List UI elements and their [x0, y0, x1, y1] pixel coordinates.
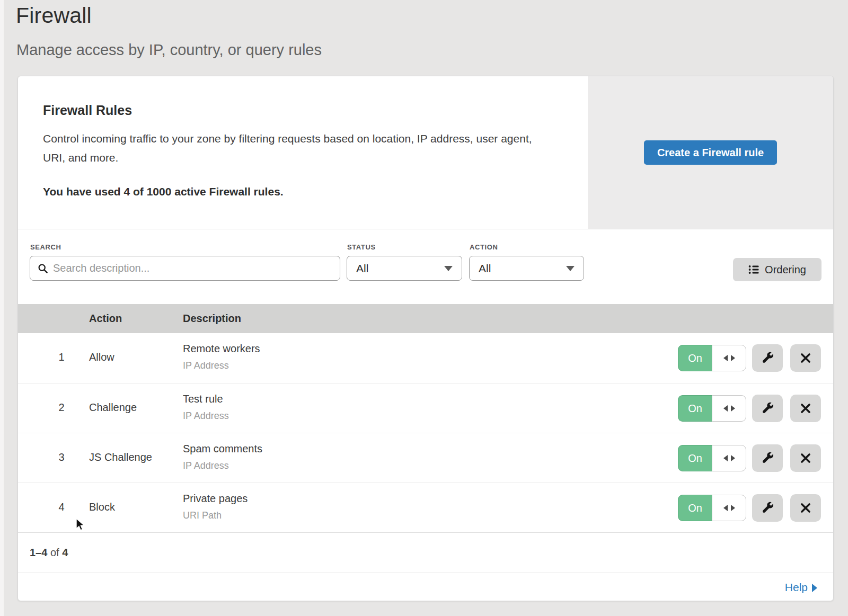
rule-enabled-toggle[interactable]: On [678, 345, 746, 371]
delete-rule-button[interactable] [790, 395, 821, 422]
section-heading: Firewall Rules [43, 103, 132, 118]
rule-priority: 4 [51, 501, 72, 513]
pagination-bar: 1–4 of 4 [18, 532, 833, 573]
toggle-on-label: On [678, 395, 712, 422]
page-title: Firewall [16, 3, 92, 28]
hero-section: Create a Firewall rule Firewall Rules Co… [18, 76, 833, 229]
create-firewall-rule-button[interactable]: Create a Firewall rule [644, 140, 777, 165]
help-link[interactable]: Help [785, 581, 817, 594]
x-icon [799, 502, 812, 514]
pagination-of: of [50, 547, 59, 558]
toggle-on-label: On [678, 495, 712, 521]
ordering-button-label: Ordering [765, 264, 806, 276]
table-row: 3 JS Challenge Spam comments IP Address … [18, 433, 833, 483]
column-header-action: Action [89, 313, 122, 325]
rule-action: JS Challenge [89, 451, 152, 463]
pagination-text: 1–4 of 4 [30, 547, 68, 559]
rule-match-type: IP Address [183, 410, 229, 422]
rule-description: Spam comments [183, 443, 262, 455]
chevron-right-icon [812, 584, 817, 592]
search-icon [38, 263, 48, 274]
edit-rule-button[interactable] [752, 444, 783, 472]
table-row: 1 Allow Remote workers IP Address On [18, 333, 833, 383]
column-header-description: Description [183, 313, 241, 325]
left-right-arrows-icon [712, 445, 746, 471]
delete-rule-button[interactable] [790, 494, 821, 522]
firewall-rules-card: Create a Firewall rule Firewall Rules Co… [17, 76, 834, 601]
mouse-cursor [75, 518, 86, 534]
filters-bar: SEARCH STATUS All ACTION All Ordering [18, 229, 833, 304]
pagination-range: 1–4 [30, 547, 47, 558]
status-selected-value: All [356, 262, 368, 275]
usage-summary: You have used 4 of 1000 active Firewall … [43, 185, 284, 198]
help-link-label: Help [785, 581, 808, 594]
rule-enabled-toggle[interactable]: On [678, 495, 746, 521]
wrench-icon [761, 451, 774, 465]
rule-action: Block [89, 501, 115, 513]
left-right-arrows-icon [712, 345, 746, 371]
x-icon [799, 352, 812, 364]
delete-rule-button[interactable] [790, 444, 821, 472]
rules-list: 1 Allow Remote workers IP Address On [18, 333, 833, 532]
edit-rule-button[interactable] [752, 344, 783, 372]
chevron-down-icon [444, 266, 453, 271]
ordering-button[interactable]: Ordering [733, 258, 822, 281]
list-icon [748, 265, 759, 274]
wrench-icon [761, 351, 774, 365]
edit-rule-button[interactable] [752, 494, 783, 522]
table-row: 4 Block Private pages URI Path On [18, 483, 833, 532]
action-select[interactable]: All [469, 256, 584, 281]
search-input-wrapper[interactable] [30, 256, 340, 281]
rule-description: Remote workers [183, 343, 260, 355]
rule-match-type: IP Address [183, 360, 229, 371]
window-edge [0, 0, 4, 616]
rule-priority: 3 [51, 451, 72, 463]
action-selected-value: All [479, 262, 491, 275]
rule-enabled-toggle[interactable]: On [678, 395, 746, 422]
rule-description: Private pages [183, 493, 248, 505]
chevron-down-icon [566, 266, 575, 271]
section-description: Control incoming traffic to your zone by… [43, 129, 554, 167]
search-label: SEARCH [30, 243, 61, 251]
rule-enabled-toggle[interactable]: On [678, 445, 746, 471]
rule-action: Allow [89, 351, 114, 363]
create-rule-panel: Create a Firewall rule [588, 76, 833, 229]
pagination-total: 4 [62, 547, 68, 558]
action-label: ACTION [470, 243, 498, 251]
status-label: STATUS [347, 243, 376, 251]
table-header: Action Description [18, 304, 833, 333]
edit-rule-button[interactable] [752, 395, 783, 422]
delete-rule-button[interactable] [790, 344, 821, 372]
status-select[interactable]: All [347, 256, 462, 281]
wrench-icon [761, 401, 774, 415]
search-input[interactable] [53, 262, 332, 274]
wrench-icon [761, 501, 774, 515]
left-right-arrows-icon [712, 395, 746, 422]
help-bar: Help [18, 573, 833, 601]
rule-priority: 2 [51, 401, 72, 414]
page-subtitle: Manage access by IP, country, or query r… [16, 41, 322, 59]
x-icon [799, 452, 812, 465]
toggle-on-label: On [678, 345, 712, 371]
rule-description: Test rule [183, 393, 223, 405]
rule-action: Challenge [89, 401, 137, 414]
table-row: 2 Challenge Test rule IP Address On [18, 383, 833, 433]
x-icon [799, 402, 812, 415]
left-right-arrows-icon [712, 495, 746, 521]
rule-match-type: IP Address [183, 460, 229, 471]
rule-match-type: URI Path [183, 510, 222, 521]
toggle-on-label: On [678, 445, 712, 471]
rule-priority: 1 [51, 351, 72, 363]
